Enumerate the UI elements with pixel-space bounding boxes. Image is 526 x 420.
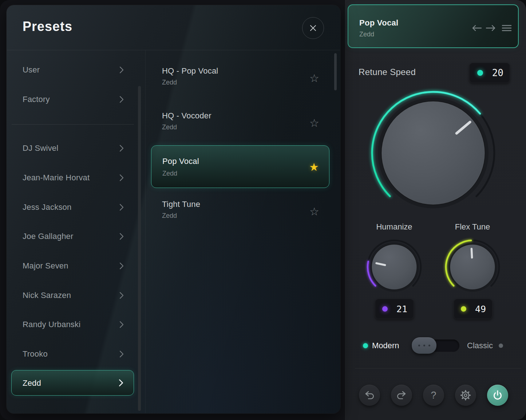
sidebar-item-nick-sarazen[interactable]: Nick Sarazen [12,284,134,307]
preset-row-pop-vocal[interactable]: Pop Vocal Zedd ★ [151,145,329,188]
favorite-star-icon[interactable]: ★ [309,160,319,173]
sidebar-item-dj-swivel[interactable]: DJ Swivel [12,137,134,160]
footer-divider [355,368,521,369]
sidebar-item-major-seven[interactable]: Major Seven [12,254,134,278]
humanize-label: Humanize [363,222,425,232]
chevron-right-icon [119,379,123,387]
artist-list-scrollbar[interactable] [138,86,141,411]
sidebar-item-user[interactable]: User [12,58,134,82]
sidebar-item-zedd[interactable]: Zedd [11,370,134,396]
sidebar-item-jess-jackson[interactable]: Jess Jackson [12,196,134,219]
favorite-star-icon[interactable]: ☆ [309,205,319,218]
preset-author: Zedd [162,123,177,131]
flex-tune-knob[interactable] [442,236,503,298]
chevron-right-icon [119,174,124,181]
retune-speed-label: Retune Speed [359,67,416,77]
current-preset-author: Zedd [359,31,374,38]
retune-speed-led [477,70,483,76]
help-icon: ? [431,390,436,401]
next-preset-icon[interactable] [485,24,497,32]
help-button[interactable]: ? [423,385,444,406]
flex-tune-value: 49 [475,304,486,314]
undo-button[interactable] [359,385,380,406]
mode-toggle-handle[interactable] [412,337,436,354]
flex-tune-label: Flex Tune [442,222,503,232]
presets-title: Presets [23,19,72,34]
preset-name: Tight Tune [162,200,200,209]
settings-button[interactable] [455,385,476,406]
retune-speed-value-chip[interactable]: 20 [469,63,510,83]
gear-icon [458,388,473,403]
chevron-right-icon [119,262,124,270]
sidebar-item-label: Nick Sarazen [23,284,71,307]
sidebar-item-label: DJ Swivel [23,137,58,160]
chevron-right-icon [119,321,124,328]
classic-inactive-dot [499,344,503,348]
sidebar-item-jean-marie-horvat[interactable]: Jean-Marie Horvat [12,166,134,189]
redo-button[interactable] [391,385,412,406]
chevron-right-icon [119,96,124,103]
chevron-right-icon [119,292,124,299]
preset-row-hq-vocoder[interactable]: HQ - Vocoder Zedd ☆ [151,102,329,143]
mode-classic-label[interactable]: Classic [467,341,493,350]
column-divider [145,50,146,413]
flex-tune-led [461,306,466,312]
preset-menu-icon[interactable] [502,24,512,32]
sidebar-item-trooko[interactable]: Trooko [12,342,134,366]
power-button[interactable] [487,385,508,406]
preset-name: Pop Vocal [162,157,199,166]
preset-row-hq-pop-vocal[interactable]: HQ - Pop Vocal Zedd ☆ [151,58,329,98]
flex-tune-knob-indicator [471,249,472,258]
retune-speed-knob[interactable] [364,84,502,222]
sidebar-item-randy-urbanski[interactable]: Randy Urbanski [12,313,134,336]
modern-active-dot [363,343,368,348]
preset-list-scrollbar[interactable] [334,53,337,90]
preset-name: HQ - Vocoder [162,111,211,121]
sidebar-item-factory[interactable]: Factory [12,88,134,111]
preset-nav [470,24,512,32]
mode-modern-label[interactable]: Modern [372,341,399,350]
sidebar-item-label: Factory [23,88,50,111]
preset-author: Zedd [162,170,177,177]
previous-preset-icon[interactable] [470,24,483,32]
humanize-value-chip[interactable]: 21 [375,299,414,319]
chevron-right-icon [119,145,124,152]
favorite-star-icon[interactable]: ☆ [309,72,319,85]
sidebar-item-label: Jess Jackson [23,196,71,219]
retune-speed-value: 20 [492,67,503,78]
humanize-led [382,306,388,312]
favorite-star-icon[interactable]: ☆ [309,117,319,129]
plugin-window: Pop Vocal Zedd Retune Speed 20 [0,0,526,420]
preset-author: Zedd [162,79,177,86]
close-icon [309,24,317,32]
preset-row-tight-tune[interactable]: Tight Tune Zedd ☆ [151,191,329,232]
undo-icon [362,388,377,403]
sidebar-item-label: Zedd [23,370,41,396]
sidebar-item-joe-gallagher[interactable]: Joe Gallagher [12,225,134,248]
preset-author: Zedd [162,212,177,220]
redo-icon [394,388,409,403]
humanize-knob[interactable] [363,236,425,298]
sidebar-item-label: User [23,58,40,82]
humanize-value: 21 [396,304,407,314]
close-presets-button[interactable] [302,17,324,39]
sidebar-item-label: Joe Gallagher [23,225,74,248]
preset-name: HQ - Pop Vocal [162,66,218,76]
chevron-right-icon [119,350,124,358]
chevron-right-icon [119,66,124,74]
sidebar-item-label: Trooko [23,342,48,366]
chevron-right-icon [119,204,124,211]
sidebar-item-label: Major Seven [23,254,68,278]
sidebar-item-label: Randy Urbanski [23,313,80,336]
sidebar-item-label: Jean-Marie Horvat [23,166,90,189]
power-icon [490,388,505,403]
category-divider [12,124,134,125]
chevron-right-icon [119,233,124,240]
flex-tune-value-chip[interactable]: 49 [454,299,493,319]
current-preset-name: Pop Vocal [359,18,398,28]
humanize-knob-face[interactable] [372,244,417,290]
header-divider [7,50,340,50]
